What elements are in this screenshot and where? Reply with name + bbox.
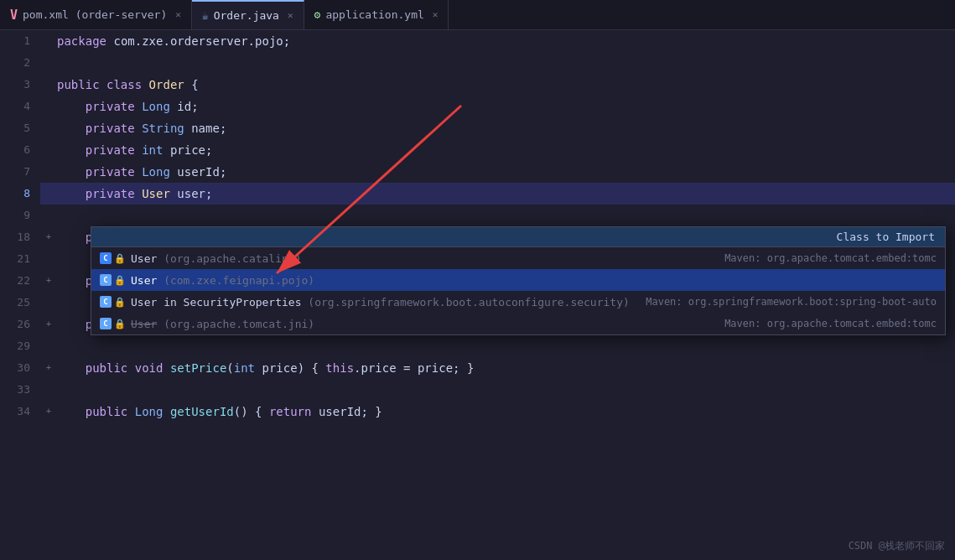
fold-18[interactable]: + — [40, 226, 57, 248]
class-icon-2: C — [100, 296, 112, 308]
line-number-29: 29 — [0, 335, 40, 357]
line-6: 6 private int price; — [0, 139, 955, 161]
tab-pom[interactable]: V pom.xml (order-server) ✕ — [0, 0, 192, 29]
code-line-7[interactable]: private Long userId; — [57, 161, 955, 183]
lock-icon-1: 🔒 — [114, 275, 126, 286]
v-icon: V — [10, 8, 18, 23]
class-icon-3: C — [100, 318, 112, 329]
tab-pom-label: pom.xml (order-server) — [23, 8, 167, 21]
watermark: CSDN @栈老师不回家 — [849, 539, 945, 553]
code-line-8[interactable]: private User user; — [57, 183, 955, 205]
code-line-1[interactable]: package com.zxe.orderserver.pojo; — [57, 30, 955, 52]
editor: 1 package com.zxe.orderserver.pojo; 2 3 … — [0, 30, 955, 560]
line-number-4: 4 — [0, 96, 40, 117]
ac-label-1: User (com.zxe.feignapi.pojo) — [131, 274, 314, 287]
code-line-5[interactable]: private String name; — [57, 117, 955, 139]
line-3: 3 public class Order { — [0, 74, 955, 96]
autocomplete-item-1[interactable]: C 🔒 User (com.zxe.feignapi.pojo) — [91, 269, 945, 291]
autocomplete-item-3[interactable]: C 🔒 User (org.apache.tomcat.jni) Maven: … — [91, 313, 945, 334]
tab-order-label: Order.java — [214, 9, 279, 22]
ac-label-0: User (org.apache.catalina) — [131, 252, 302, 265]
class-icon-0: C — [100, 252, 112, 264]
ac-icons-2: C 🔒 — [100, 296, 126, 308]
lock-icon-2: 🔒 — [114, 297, 126, 308]
line-29: 29 — [0, 335, 955, 357]
fold-26[interactable]: + — [40, 314, 57, 335]
code-line-9 — [57, 205, 955, 226]
code-line-34[interactable]: public Long getUserId() { return userId;… — [57, 401, 955, 423]
fold-22[interactable]: + — [40, 270, 57, 292]
tab-order-close[interactable]: ✕ — [288, 10, 293, 21]
autocomplete-header: Class to Import — [91, 227, 945, 247]
code-line-3[interactable]: public class Order { — [57, 74, 955, 96]
line-8: 8 private User user; — [0, 183, 955, 205]
autocomplete-item-2[interactable]: C 🔒 User in SecurityProperties (org.spri… — [91, 291, 945, 313]
line-1: 1 package com.zxe.orderserver.pojo; — [0, 30, 955, 52]
line-number-7: 7 — [0, 161, 40, 183]
line-number-6: 6 — [0, 139, 40, 161]
ac-icons-1: C 🔒 — [100, 274, 126, 286]
class-icon-1: C — [100, 274, 112, 286]
line-number-26: 26 — [0, 314, 40, 335]
lock-icon-0: 🔒 — [114, 253, 126, 264]
line-2: 2 — [0, 52, 955, 74]
y-icon: ⚙ — [314, 8, 321, 21]
ac-label-3: User (org.apache.tomcat.jni) — [131, 318, 314, 330]
tab-pom-close[interactable]: ✕ — [175, 9, 181, 20]
line-number-22: 22 — [0, 270, 40, 292]
line-number-18: 18 — [0, 226, 40, 248]
line-34: 34 + public Long getUserId() { return us… — [0, 401, 955, 423]
lock-icon-3: 🔒 — [114, 319, 126, 329]
fold-34[interactable]: + — [40, 401, 57, 423]
code-line-29 — [57, 335, 955, 357]
ac-source-3: Maven: org.apache.tomcat.embed:tomc — [724, 318, 937, 329]
line-number-1: 1 — [0, 30, 40, 52]
code-line-33 — [57, 379, 955, 401]
line-number-34: 34 — [0, 401, 40, 423]
code-line-4[interactable]: private Long id; — [57, 96, 955, 117]
ac-icons-3: C 🔒 — [100, 318, 126, 329]
line-number-30: 30 — [0, 357, 40, 379]
line-number-5: 5 — [0, 117, 40, 139]
tab-application-label: application.yml — [325, 8, 423, 21]
line-number-3: 3 — [0, 74, 40, 96]
code-line-2 — [57, 52, 955, 74]
ac-label-2: User in SecurityProperties (org.springfr… — [131, 296, 630, 309]
tab-bar: V pom.xml (order-server) ✕ ☕ Order.java … — [0, 0, 955, 30]
code-editor-body: 1 package com.zxe.orderserver.pojo; 2 3 … — [0, 30, 955, 560]
line-number-21: 21 — [0, 248, 40, 270]
code-line-30[interactable]: public void setPrice(int price) { this.p… — [57, 357, 955, 379]
line-9: 9 — [0, 205, 955, 226]
line-number-8: 8 — [0, 183, 40, 205]
autocomplete-dropdown[interactable]: Class to Import C 🔒 User (org.apache.cat… — [91, 226, 946, 335]
line-7: 7 private Long userId; — [0, 161, 955, 183]
line-30: 30 + public void setPrice(int price) { t… — [0, 357, 955, 379]
line-number-25: 25 — [0, 292, 40, 314]
line-number-2: 2 — [0, 52, 40, 74]
tab-application-close[interactable]: ✕ — [433, 9, 439, 20]
line-number-33: 33 — [0, 379, 40, 401]
tab-application[interactable]: ⚙ application.yml ✕ — [304, 0, 449, 29]
line-number-9: 9 — [0, 205, 40, 226]
j-icon: ☕ — [202, 9, 209, 22]
line-33: 33 — [0, 379, 955, 401]
tab-order[interactable]: ☕ Order.java ✕ — [192, 0, 304, 29]
ac-source-0: Maven: org.apache.tomcat.embed:tomc — [724, 252, 937, 264]
autocomplete-item-0[interactable]: C 🔒 User (org.apache.catalina) Maven: or… — [91, 247, 945, 269]
ac-icons-0: C 🔒 — [100, 252, 126, 264]
code-line-6[interactable]: private int price; — [57, 139, 955, 161]
line-5: 5 private String name; — [0, 117, 955, 139]
fold-30[interactable]: + — [40, 357, 57, 379]
line-4: 4 private Long id; — [0, 96, 955, 117]
ac-source-2: Maven: org.springframework.boot:spring-b… — [646, 296, 937, 308]
